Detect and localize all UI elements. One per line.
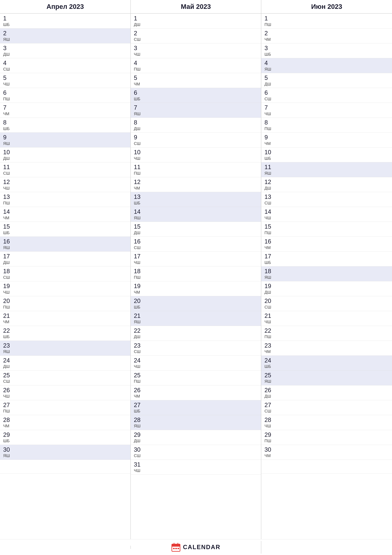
- day-label: ДШ: [3, 52, 127, 57]
- day-cell: 2СШ: [131, 29, 261, 43]
- svg-rect-4: [173, 548, 175, 549]
- day-label: ЧМ: [134, 186, 258, 191]
- day-number: 8: [134, 119, 258, 126]
- day-cell: 6ШБ: [131, 88, 261, 103]
- day-label: ДШ: [134, 334, 258, 339]
- day-number: 14: [264, 209, 389, 215]
- logo-text: CALENDAR: [183, 544, 220, 551]
- footer-april: [0, 546, 131, 549]
- day-label: ШБ: [3, 22, 127, 27]
- day-label: ШБ: [3, 230, 127, 235]
- day-number: 3: [3, 45, 127, 51]
- day-cell: 10ЧШ: [131, 147, 261, 162]
- day-number: 24: [134, 357, 258, 364]
- day-cell: 1ДШ: [131, 14, 261, 29]
- day-label: ЯШ: [3, 245, 127, 250]
- day-cell: 3ШБ: [261, 43, 392, 58]
- day-label: СШ: [3, 275, 127, 280]
- day-label: ЯШ: [134, 424, 258, 428]
- day-label: ПШ: [3, 305, 127, 310]
- calendar-page: Апрел 2023 Май 2023 Июн 2023 1ШБ2ЯШ3ДШ4С…: [0, 0, 392, 555]
- day-cell: 22ДШ: [131, 326, 261, 341]
- day-number: 15: [134, 223, 258, 230]
- empty-day-cell: [0, 460, 130, 474]
- day-number: 21: [264, 313, 389, 319]
- empty-day-cell: [261, 460, 392, 474]
- day-number: 27: [3, 402, 127, 409]
- day-label: ЧМ: [134, 394, 258, 399]
- month-headers: Апрел 2023 Май 2023 Июн 2023: [0, 0, 392, 14]
- day-label: СШ: [3, 171, 127, 176]
- day-number: 10: [264, 149, 389, 156]
- day-label: ЯШ: [134, 319, 258, 324]
- day-number: 23: [3, 342, 127, 349]
- day-label: ШБ: [264, 52, 389, 57]
- day-label: ЯШ: [264, 67, 389, 72]
- day-label: ПШ: [264, 334, 389, 339]
- day-number: 25: [264, 372, 389, 379]
- day-cell: 15ПШ: [261, 222, 392, 237]
- svg-rect-6: [178, 548, 179, 549]
- day-number: 23: [134, 342, 258, 349]
- day-cell: 2ЯШ: [0, 29, 130, 43]
- day-number: 16: [3, 238, 127, 245]
- day-label: ЧМ: [264, 349, 389, 354]
- day-number: 12: [134, 179, 258, 185]
- svg-rect-1: [172, 544, 180, 547]
- day-number: 11: [264, 164, 389, 171]
- day-cell: 31ЧШ: [131, 460, 261, 475]
- day-label: СШ: [3, 67, 127, 72]
- day-number: 14: [134, 209, 258, 215]
- day-label: ДШ: [264, 290, 389, 295]
- day-cell: 24ДШ: [0, 356, 130, 371]
- calendar-logo: CALENDAR: [134, 542, 258, 552]
- day-cell: 10ДШ: [0, 147, 130, 162]
- day-number: 18: [134, 268, 258, 275]
- day-cell: 9СШ: [131, 132, 261, 147]
- day-cell: 1ШБ: [0, 14, 130, 29]
- day-cell: 5ДШ: [261, 73, 392, 88]
- day-cell: 19ЧШ: [0, 281, 130, 296]
- day-number: 8: [3, 119, 127, 126]
- day-cell: 5ЧШ: [0, 73, 130, 88]
- day-number: 9: [134, 134, 258, 141]
- day-label: ЧМ: [264, 245, 389, 250]
- day-number: 26: [134, 387, 258, 394]
- day-number: 2: [3, 30, 127, 37]
- day-number: 6: [134, 89, 258, 96]
- day-cell: 27ПШ: [0, 400, 130, 415]
- day-number: 1: [264, 15, 389, 22]
- day-number: 17: [3, 253, 127, 260]
- day-label: ЧМ: [3, 424, 127, 428]
- day-label: ПШ: [3, 201, 127, 205]
- day-number: 2: [264, 30, 389, 37]
- day-number: 20: [134, 298, 258, 304]
- footer-row: CALENDAR: [0, 539, 392, 555]
- day-label: ЧШ: [3, 394, 127, 399]
- may-column: 1ДШ2СШ3ЧШ4ПШ5ЧМ6ШБ7ЯШ8ДШ9СШ10ЧШ11ПШ12ЧМ1…: [131, 14, 261, 539]
- day-cell: 9ЯШ: [0, 132, 130, 147]
- day-label: ПШ: [134, 171, 258, 176]
- day-cell: 12ЧМ: [131, 177, 261, 192]
- day-number: 18: [264, 268, 389, 275]
- day-label: ЧШ: [3, 82, 127, 87]
- day-label: ПШ: [264, 438, 389, 443]
- days-grid: 1ШБ2ЯШ3ДШ4СШ5ЧШ6ПШ7ЧМ8ШБ9ЯШ10ДШ11СШ12ЧШ1…: [0, 14, 392, 539]
- day-number: 10: [134, 149, 258, 156]
- day-number: 29: [134, 431, 258, 438]
- day-label: ЯШ: [3, 141, 127, 146]
- day-cell: 20ШБ: [131, 296, 261, 311]
- day-cell: 5ЧМ: [131, 73, 261, 88]
- day-label: ПШ: [264, 126, 389, 131]
- day-cell: 15ШБ: [0, 222, 130, 237]
- day-label: ДШ: [134, 230, 258, 235]
- day-cell: 19ЧМ: [131, 281, 261, 296]
- day-number: 4: [264, 60, 389, 66]
- day-cell: 11ЯШ: [261, 162, 392, 177]
- day-label: ЧМ: [3, 215, 127, 220]
- day-label: ЧШ: [134, 468, 258, 473]
- day-cell: 29ДШ: [131, 430, 261, 445]
- svg-rect-5: [175, 548, 177, 549]
- day-number: 26: [3, 387, 127, 394]
- day-cell: 27СШ: [261, 400, 392, 415]
